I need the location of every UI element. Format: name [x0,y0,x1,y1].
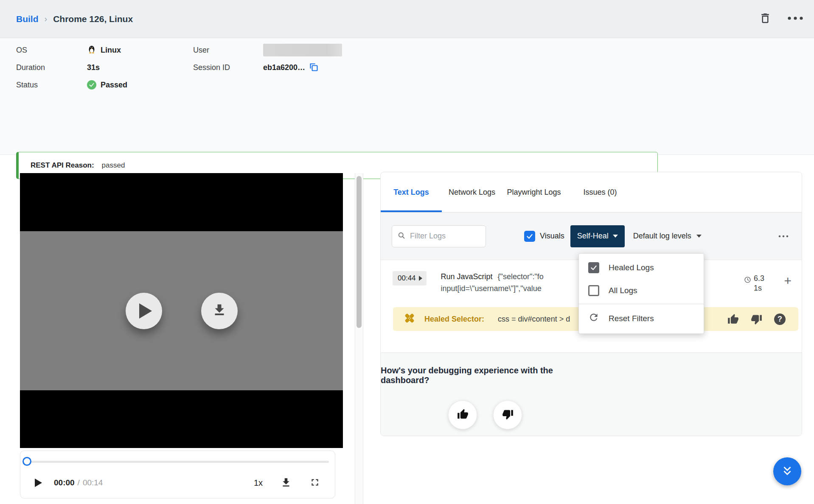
self-heal-label: Self-Heal [577,232,609,241]
feedback-buttons [448,400,522,429]
search-icon [397,231,406,241]
user-value-redacted [263,44,342,56]
meta-row-duration: Duration 31s [16,61,100,74]
menu-item-label: Healed Logs [609,263,654,272]
active-tab-indicator [381,210,442,212]
time-separator: / [78,478,80,487]
copy-icon [309,62,319,73]
play-button-small[interactable] [35,479,42,487]
log-timestamp-badge[interactable]: 00:44 [393,271,427,286]
log-action: Run JavaScript [441,272,493,281]
header-actions [759,12,804,26]
thumbs-down-icon [751,314,762,325]
page-title: Chrome 126, Linux [53,14,133,24]
os-value: Linux [87,44,121,57]
checkbox-unchecked-icon[interactable] [588,285,599,296]
check-circle-icon [87,80,96,90]
tab-issues[interactable]: Issues (0) [568,187,632,197]
log-code-line1: {"selector":"fo [498,272,544,281]
tab-network-logs[interactable]: Network Logs [447,187,497,197]
visuals-toggle[interactable]: Visuals [524,231,564,242]
menu-item-reset-filters[interactable]: Reset Filters [579,306,704,331]
time-display: 00:00 / 00:14 [54,478,103,487]
video-letterbox-top [20,173,343,231]
playback-speed-button[interactable]: 1x [254,478,263,488]
healed-selector-value: css = div#content > d [498,315,570,324]
status-badge: Passed [87,80,127,90]
rest-api-reason-value: passed [102,161,125,170]
visuals-label: Visuals [540,232,564,241]
clock-icon [744,276,751,285]
seek-track[interactable] [25,461,329,463]
thumbs-up-button[interactable] [727,314,739,325]
chevron-down-icon [613,235,618,238]
feedback-thumbs-down-button[interactable] [493,400,522,429]
seek-row [20,457,335,466]
feedback-thumbs-up-button[interactable] [448,400,477,429]
menu-item-all-logs[interactable]: All Logs [579,279,704,302]
delete-button[interactable] [759,12,772,26]
video-play-button[interactable] [126,293,162,329]
double-chevron-down-icon [780,464,794,479]
seek-handle[interactable] [22,457,31,466]
expand-log-button[interactable]: + [784,274,792,287]
video-letterbox-bottom [20,390,343,448]
checkbox-checked-icon[interactable] [588,262,599,273]
menu-item-healed-logs[interactable]: Healed Logs [579,256,704,279]
healed-selector-label: Healed Selector: [424,315,484,324]
session-meta-section: OS Linux Duration 31s Status [0,38,814,155]
fullscreen-icon [309,477,320,489]
log-timestamp: 00:44 [398,274,416,283]
status-label: Status [16,81,87,90]
filter-logs-input[interactable] [410,232,474,241]
video-controls: 00:00 / 00:14 1x [20,451,335,498]
tab-playwright-logs[interactable]: Playwright Logs [504,187,564,197]
self-heal-dropdown-menu: Healed Logs All Logs Reset Filters [578,253,704,334]
ellipsis-icon [778,233,789,239]
fullscreen-button[interactable] [309,477,320,489]
breadcrumb-build-link[interactable]: Build [16,14,39,24]
menu-divider [579,304,704,304]
tab-text-logs[interactable]: Text Logs [381,187,442,197]
breadcrumb: Build › Chrome 126, Linux [16,14,133,24]
scroll-to-bottom-fab[interactable] [773,457,801,485]
play-from-here-icon [419,276,422,281]
bandage-icon [404,313,415,325]
video-download-button[interactable] [201,293,238,329]
user-label: User [193,46,263,55]
menu-item-label: All Logs [609,286,637,295]
ellipsis-icon [787,16,804,22]
log-levels-label: Default log levels [633,232,691,241]
duration-label: Duration [16,63,87,72]
healed-feedback-actions: ? [727,314,786,325]
log-duration: 6.3 1s [754,274,764,293]
help-button[interactable]: ? [774,314,786,325]
thumbs-down-icon [502,409,514,421]
current-time: 00:00 [54,478,75,487]
menu-item-label: Reset Filters [609,314,654,323]
video-download-small-button[interactable] [281,477,292,489]
log-text: Run JavaScript{"selector":"fo input[id=\… [441,271,544,295]
os-label: OS [16,46,87,55]
video-poster-area [20,231,343,390]
feedback-section: How's your debugging experience with the… [381,353,802,436]
vertical-scrollbar[interactable] [355,173,363,504]
checkbox-checked-icon[interactable] [524,231,535,242]
thumbs-down-button[interactable] [751,314,762,325]
page-header: Build › Chrome 126, Linux [0,0,814,38]
meta-row-status: Status Passed [16,78,127,91]
filter-logs-searchbox[interactable] [392,225,486,247]
self-heal-dropdown-button[interactable]: Self-Heal [570,225,625,247]
session-id-value: eb1a6200… [263,63,305,72]
more-options-button[interactable] [787,16,804,22]
log-duration-group: 6.3 1s [744,274,764,293]
meta-row-session: Session ID eb1a6200… [193,61,319,74]
copy-session-id-button[interactable] [309,62,319,73]
meta-row-user: User [193,44,342,56]
default-log-levels-dropdown[interactable]: Default log levels [633,232,702,241]
play-icon [139,303,152,319]
refresh-icon [588,312,599,325]
controls-row: 00:00 / 00:14 1x [20,473,335,492]
more-filters-button[interactable] [778,233,789,239]
scrollbar-thumb[interactable] [356,176,362,328]
